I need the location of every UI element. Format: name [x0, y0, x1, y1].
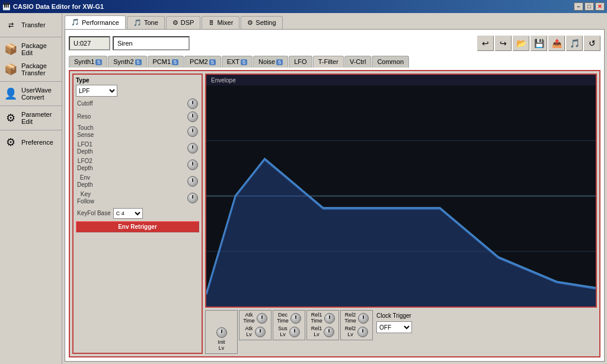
setting-tab-icon: ⚙ [247, 19, 253, 27]
sidebar-label-package-transfer2: Transfer [21, 69, 47, 76]
touch-sense-knob[interactable] [187, 126, 198, 137]
package-transfer-icon: 📦 [4, 62, 18, 76]
reso-knob[interactable] [187, 111, 198, 122]
keyfol-base-row: KeyFol Base C 4 C 3 C 5 [76, 207, 199, 220]
envelope-area: Envelope [205, 74, 597, 308]
rel1-group: Rel1Time Rel1Lv [306, 310, 339, 340]
subtab-lfo[interactable]: LFO [289, 56, 312, 68]
atk-time-label: AtkTime [243, 312, 255, 324]
redo-button[interactable]: ↪ [495, 36, 512, 51]
rel2-lv-label: Rel2Lv [345, 326, 356, 338]
subtab-pcm1[interactable]: PCM15 [148, 56, 184, 68]
atk-lv-knob[interactable] [255, 327, 266, 337]
reso-row: Reso [76, 111, 199, 123]
lfo2-depth-knob[interactable] [187, 159, 198, 170]
sidebar-label-package-edit: Package [21, 42, 47, 49]
sidebar-label-parameter: Parameter [21, 111, 52, 118]
dec-time-label: DecTime [277, 312, 289, 324]
rel2-lv-knob[interactable] [357, 327, 368, 337]
rel2-time-knob[interactable] [358, 313, 369, 324]
envelope-svg [206, 85, 596, 306]
sidebar-label-userwave: UserWave [21, 87, 52, 94]
lfo2-depth-label: LFO2Depth [77, 158, 93, 172]
sidebar-label-userwave2: Convert [21, 94, 52, 101]
minimize-button[interactable]: – [574, 2, 583, 11]
sidebar-label-package-edit2: Edit [21, 49, 47, 56]
init-lv-knob[interactable] [216, 327, 227, 338]
lfo1-depth-row: LFO1Depth [76, 141, 199, 156]
userwave-icon: 👤 [4, 87, 18, 101]
undo-button[interactable]: ↩ [477, 36, 494, 51]
touch-sense-row: TouchSense [76, 124, 199, 139]
atk-group: AtkTime AtkLv [239, 310, 271, 340]
subtab-vctrl[interactable]: V-Ctrl [344, 56, 372, 68]
sidebar-item-userwave-convert[interactable]: 👤 UserWave Convert [0, 84, 62, 103]
key-follow-knob[interactable] [187, 193, 198, 203]
keyfol-base-select[interactable]: C 4 C 3 C 5 [113, 208, 143, 219]
cutoff-knob[interactable] [187, 98, 198, 109]
sidebar-item-package-edit[interactable]: 📦 Package Edit [0, 40, 62, 59]
clock-trigger-select[interactable]: OFF 1/4 1/8 1/16 [376, 321, 412, 333]
dec-time-knob[interactable] [290, 313, 301, 324]
title-bar: 🎹 CASIO Data Editor for XW-G1 – □ ✕ [0, 0, 607, 13]
sidebar-item-parameter-edit[interactable]: ⚙ Parameter Edit [0, 108, 62, 127]
tone-tab-icon: 🎵 [133, 19, 142, 27]
clock-trigger-area: Clock Trigger OFF 1/4 1/8 1/16 [374, 310, 414, 336]
sidebar-label-preference: Preference [21, 139, 53, 146]
sidebar-label-transfer: Transfer [21, 21, 46, 28]
lfo1-depth-knob[interactable] [187, 143, 198, 154]
sidebar-item-preference[interactable]: ⚙ Preference [0, 133, 62, 152]
address-row: ↩ ↪ 📂 💾 📤 🎵 ↺ [69, 33, 600, 53]
performance-tab-label: Performance [82, 19, 119, 26]
export-button[interactable]: 📤 [548, 36, 565, 51]
lfo2-depth-row: LFO2Depth [76, 157, 199, 173]
open-button[interactable]: 📂 [513, 36, 529, 51]
subtab-common[interactable]: Common [372, 56, 409, 68]
sus-lv-knob[interactable] [289, 327, 300, 337]
rel1-time-knob[interactable] [324, 313, 335, 324]
subtab-noise[interactable]: Noise5 [253, 56, 288, 68]
audio-button[interactable]: 🎵 [566, 36, 583, 51]
subtab-ext[interactable]: EXT5 [222, 56, 253, 68]
main-panel: Type LPF HPF BPF Cutoff [69, 70, 600, 357]
transfer-icon: ⇄ [4, 18, 18, 32]
touch-sense-label: TouchSense [77, 124, 94, 139]
atk-time-knob[interactable] [257, 313, 267, 324]
atk-lv-label: AtkLv [245, 326, 253, 338]
subtab-tfilter[interactable]: T-Filter [313, 56, 344, 68]
tab-setting[interactable]: ⚙ Setting [241, 16, 282, 29]
dsp-tab-icon: ⚙ [172, 19, 178, 27]
sidebar-item-package-transfer[interactable]: 📦 Package Transfer [0, 60, 62, 79]
tab-tone[interactable]: 🎵 Tone [127, 16, 165, 29]
address-input[interactable] [69, 36, 110, 50]
tab-dsp[interactable]: ⚙ DSP [166, 16, 201, 29]
name-input[interactable] [113, 36, 190, 50]
reso-label: Reso [77, 113, 91, 120]
cutoff-label: Cutoff [77, 100, 93, 107]
type-select[interactable]: LPF HPF BPF [76, 85, 117, 97]
close-button[interactable]: ✕ [595, 2, 605, 11]
refresh-button[interactable]: ↺ [584, 36, 600, 51]
maximize-button[interactable]: □ [584, 2, 594, 11]
tab-mixer[interactable]: 🎚 Mixer [202, 16, 239, 28]
keyfol-base-label: KeyFol Base [77, 210, 111, 217]
subtab-synth1[interactable]: Synth15 [69, 56, 107, 68]
save-button[interactable]: 💾 [531, 36, 547, 51]
envelope-graph [206, 85, 596, 306]
env-retrigger-button[interactable]: Env Retrigger [76, 221, 199, 232]
bottom-knobs-row: InitLv AtkTime AtkLv [205, 310, 597, 354]
subtab-pcm2[interactable]: PCM25 [184, 56, 221, 68]
rel1-lv-label: Rel1Lv [311, 326, 322, 338]
dec-group: DecTime SusLv [273, 310, 305, 340]
sidebar-item-transfer[interactable]: ⇄ Transfer [0, 15, 62, 34]
rel1-lv-knob[interactable] [324, 327, 334, 337]
sidebar-label-package-transfer: Package [21, 62, 47, 69]
tab-performance[interactable]: 🎵 Performance [65, 15, 126, 29]
env-depth-row: EnvDepth [76, 174, 199, 189]
subtab-synth2[interactable]: Synth25 [108, 56, 146, 68]
env-depth-knob[interactable] [187, 176, 198, 187]
mixer-tab-label: Mixer [217, 19, 233, 26]
dsp-tab-label: DSP [181, 19, 194, 26]
cutoff-row: Cutoff [76, 98, 199, 110]
sidebar: ⇄ Transfer 📦 Package Edit 📦 Package Tran… [0, 13, 62, 364]
